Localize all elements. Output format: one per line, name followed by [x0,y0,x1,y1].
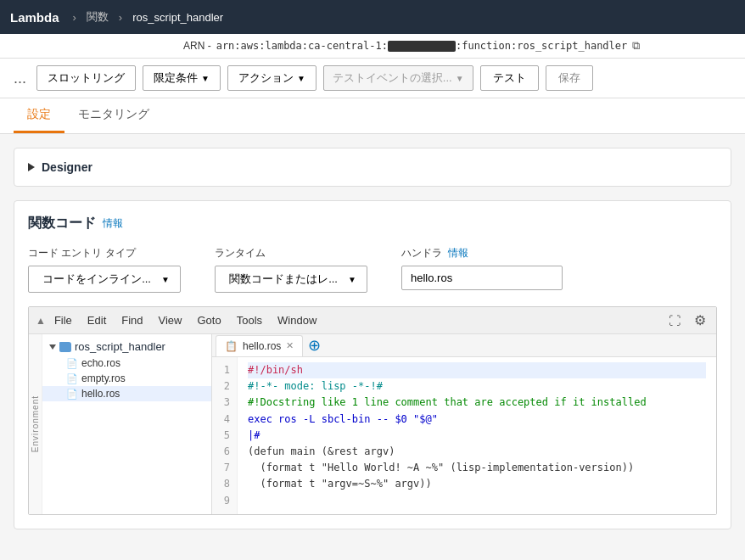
folder-item[interactable]: ros_script_handler [42,338,211,356]
editor-edit-menu[interactable]: Edit [81,311,113,329]
tab-doc-icon: 📋 [225,340,238,352]
code-content[interactable]: #!/bin/sh#!-*- mode: lisp -*-!##!Docstri… [238,357,716,514]
copy-arn-icon[interactable]: ⧉ [632,39,640,53]
code-line-9 [248,493,706,509]
runtime-label: ランタイム [215,246,367,260]
editor-settings-button[interactable]: ⚙ [691,311,709,330]
editor-container: ▲ File Edit Find View Goto Tools Window … [28,306,717,515]
code-entry-group: コード エントリ タイプ コードをインライン... ▼ [28,246,181,293]
editor-goto-menu[interactable]: Goto [191,311,228,329]
breadcrumb-sep-2: › [119,11,122,24]
throttle-button[interactable]: スロットリング [36,65,136,91]
runtime-value: 関数コードまたはレ... [226,272,341,287]
runtime-group: ランタイム 関数コードまたはレ... ▼ [215,246,367,293]
file-icon-empty: 📄 [66,373,78,384]
designer-title: Designer [42,160,92,174]
editor-view-menu[interactable]: View [152,311,189,329]
code-line-4: exec ros -L sbcl-bin -- $0 "$@" [248,412,706,428]
editor-tab-hello[interactable]: 📋 hello.ros ✕ [216,335,303,356]
editor-fullscreen-button[interactable]: ⛶ [665,311,684,330]
code-section: 関数コード 情報 コード エントリ タイプ コードをインライン... ▼ ランタ… [14,200,731,529]
designer-header[interactable]: Designer [14,148,731,186]
editor-right-icons: ⛶ ⚙ [665,311,709,330]
more-options-button[interactable]: ... [10,70,30,87]
editor-sidebar: Environment ros_script_handler 📄 echo.ro… [29,334,212,514]
code-area[interactable]: 1 2 3 4 5 6 7 8 9 #!/bin/sh#!-*- mode: l… [212,357,716,514]
code-entry-select[interactable]: コードをインライン... ▼ [28,266,181,293]
runtime-chevron-icon: ▼ [348,275,356,284]
action-button[interactable]: アクション ▼ [227,65,316,91]
code-line-1: #!/bin/sh [248,362,706,378]
breadcrumb-sep-1: › [73,11,76,24]
arn-redacted [388,41,456,52]
code-section-label: 関数コード [28,215,96,232]
arn-label: ARN - [183,40,211,52]
brand-logo: Lambda [10,10,59,25]
code-line-3: #!Docstring like 1 line comment that are… [248,395,706,411]
handler-label: ハンドラ 情報 [401,246,563,260]
filename-echo: echo.ros [81,357,120,369]
editor-menubar: ▲ File Edit Find View Goto Tools Window … [29,307,716,334]
file-tree: ros_script_handler 📄 echo.ros 📄 empty.ro… [42,334,212,514]
designer-collapse-icon [28,163,35,171]
file-item-echo[interactable]: 📄 echo.ros [42,356,211,371]
handler-group: ハンドラ 情報 [401,246,563,293]
editor-find-menu[interactable]: Find [115,311,149,329]
action-label: アクション [238,70,294,86]
editor-window-menu[interactable]: Window [271,311,323,329]
tab-monitoring[interactable]: モニタリング [64,98,163,133]
tabs-bar: 設定 モニタリング [0,98,745,134]
test-button[interactable]: テスト [480,65,539,91]
line-numbers: 1 2 3 4 5 6 7 8 9 [212,357,238,514]
filename-hello: hello.ros [81,388,120,400]
code-section-title: 関数コード 情報 [28,215,717,232]
code-info-link[interactable]: 情報 [103,216,123,231]
tab-settings[interactable]: 設定 [14,98,64,133]
file-item-empty[interactable]: 📄 empty.ros [42,371,211,386]
code-line-2: #!-*- mode: lisp -*-!# [248,378,706,395]
file-item-hello[interactable]: 📄 hello.ros [42,386,211,401]
editor-tools-menu[interactable]: Tools [230,311,269,329]
limit-button[interactable]: 限定条件 ▼ [143,65,221,91]
breadcrumb-functions[interactable]: 関数 [87,9,109,25]
file-icon-echo: 📄 [66,358,78,369]
code-entry-value: コードをインライン... [39,272,154,287]
limit-chevron-icon: ▼ [201,74,210,83]
arn-value: arn:aws:lambda:ca-central-1::function:ro… [216,40,628,52]
code-form-row: コード エントリ タイプ コードをインライン... ▼ ランタイム 関数コードま… [28,246,717,293]
file-icon-hello: 📄 [66,389,78,400]
tab-close-icon[interactable]: ✕ [286,340,294,351]
editor-file-menu[interactable]: File [48,311,79,329]
env-label: Environment [31,395,40,452]
breadcrumb-current: ros_script_handler [132,11,223,24]
runtime-select[interactable]: 関数コードまたはレ... ▼ [215,266,367,293]
arn-bar: ARN - arn:aws:lambda:ca-central-1::funct… [0,34,745,59]
filename-empty: empty.ros [81,372,126,384]
main-content: Designer 関数コード 情報 コード エントリ タイプ コードをインライン… [0,134,745,557]
code-line-5: |# [248,428,706,444]
test-event-placeholder: テストイベントの選択... [333,70,452,86]
code-entry-chevron-icon: ▼ [161,275,170,284]
env-vertical-label: Environment [29,334,42,514]
editor-tab-add-button[interactable]: ⊕ [305,334,324,356]
code-line-7: (format t "Hello World! ~A ~%" (lisp-imp… [248,460,706,476]
code-entry-label: コード エントリ タイプ [28,246,181,260]
folder-name: ros_script_handler [75,340,165,353]
code-line-6: (defun main (&rest argv) [248,444,706,460]
limit-label: 限定条件 [154,70,198,86]
folder-expand-icon [49,344,56,350]
editor-tabs: 📋 hello.ros ✕ ⊕ [212,334,716,357]
toolbar: ... スロットリング 限定条件 ▼ アクション ▼ テストイベントの選択...… [0,59,745,98]
designer-section: Designer [14,148,731,187]
code-line-8: (format t "argv=~S~%" argv)) [248,476,706,492]
editor-expand-icon: ▲ [36,315,46,327]
test-event-select[interactable]: テストイベントの選択... ▼ [323,65,473,91]
top-nav: Lambda › 関数 › ros_script_handler [0,0,745,34]
handler-info-link[interactable]: 情報 [448,247,468,259]
handler-input[interactable] [401,266,563,290]
editor-body: Environment ros_script_handler 📄 echo.ro… [29,334,716,514]
action-chevron-icon: ▼ [297,74,305,83]
folder-icon [59,342,71,352]
save-button[interactable]: 保存 [546,65,593,91]
editor-tab-label: hello.ros [243,340,281,352]
